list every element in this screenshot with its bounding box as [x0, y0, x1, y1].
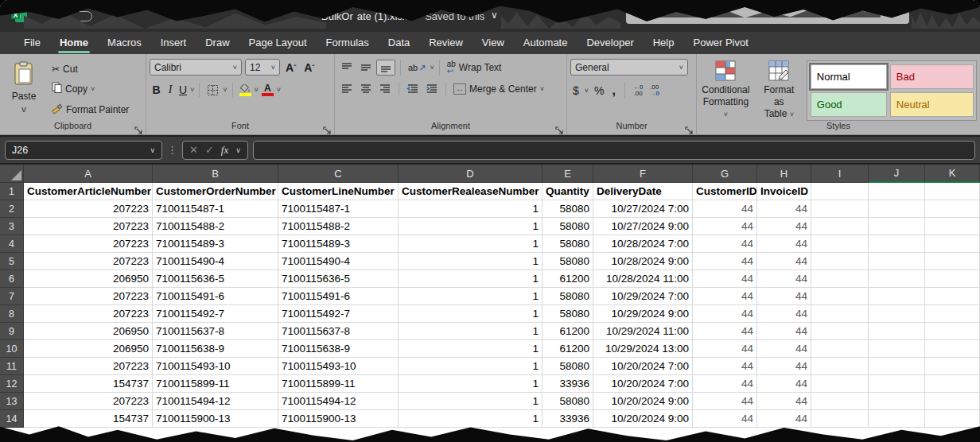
- row-header-11[interactable]: 11: [0, 358, 24, 375]
- cell-C3[interactable]: 7100115488-2: [278, 218, 399, 235]
- cell-G9[interactable]: 44: [693, 323, 757, 340]
- style-normal[interactable]: Normal: [811, 64, 887, 89]
- cell-D1[interactable]: CustomerRealeaseNumber: [399, 183, 542, 200]
- font-family-select[interactable]: Calibri ˅: [150, 59, 242, 76]
- cell-A3[interactable]: 207223: [24, 218, 153, 235]
- cell-K9[interactable]: [925, 323, 980, 340]
- cell-D3[interactable]: 1: [399, 218, 542, 235]
- confirm-entry-icon[interactable]: ✓: [205, 144, 214, 156]
- cell-F7[interactable]: 10/29/2024 7:00: [593, 288, 693, 305]
- cell-F10[interactable]: 10/29/2024 13:00: [593, 340, 693, 358]
- column-header-G[interactable]: G: [693, 165, 757, 183]
- cell-J11[interactable]: [869, 358, 925, 375]
- cell-H14[interactable]: 44: [757, 410, 811, 428]
- cell-I8[interactable]: [811, 305, 869, 323]
- font-size-select[interactable]: 12 ˅: [245, 59, 280, 76]
- cell-A1[interactable]: CustomerArticleNumber: [24, 183, 153, 200]
- cell-D8[interactable]: 1: [399, 305, 542, 323]
- cell-H13[interactable]: 44: [757, 393, 811, 410]
- cell-E4[interactable]: 58080: [542, 235, 593, 253]
- clipboard-dialog-launcher-icon[interactable]: [134, 124, 143, 133]
- borders-button[interactable]: [204, 83, 221, 98]
- cell-G12[interactable]: 44: [693, 375, 757, 393]
- bottom-align-button[interactable]: [376, 60, 395, 76]
- column-header-J[interactable]: J: [869, 165, 925, 183]
- cell-G10[interactable]: 44: [693, 340, 757, 358]
- cell-G4[interactable]: 44: [693, 235, 757, 253]
- top-align-button[interactable]: [338, 60, 356, 75]
- row-header-6[interactable]: 6: [0, 270, 24, 288]
- bold-button[interactable]: B: [150, 82, 163, 98]
- select-all-corner[interactable]: [0, 165, 24, 183]
- cell-K7[interactable]: [925, 288, 980, 305]
- tab-help[interactable]: Help: [644, 33, 684, 53]
- cell-A4[interactable]: 207223: [24, 235, 153, 253]
- cell-E2[interactable]: 58080: [542, 200, 593, 218]
- column-header-F[interactable]: F: [593, 165, 693, 183]
- cell-H6[interactable]: 44: [757, 270, 811, 288]
- row-header-8[interactable]: 8: [0, 305, 24, 323]
- cell-E8[interactable]: 58080: [542, 305, 593, 323]
- cell-A12[interactable]: 154737: [24, 375, 153, 393]
- cell-J5[interactable]: [869, 253, 925, 270]
- align-center-button[interactable]: [357, 82, 375, 96]
- cell-I12[interactable]: [811, 375, 869, 393]
- cell-E14[interactable]: 33936: [542, 410, 593, 428]
- cell-D4[interactable]: 1: [399, 235, 542, 253]
- currency-button[interactable]: $: [570, 83, 581, 99]
- cell-A10[interactable]: 206950: [24, 340, 153, 358]
- tab-file[interactable]: File: [14, 33, 50, 53]
- cell-H12[interactable]: 44: [757, 375, 811, 393]
- cell-H11[interactable]: 44: [757, 358, 811, 375]
- column-header-B[interactable]: B: [153, 165, 278, 183]
- comma-style-button[interactable]: ,: [610, 82, 618, 99]
- cut-button[interactable]: ✂ Cut: [49, 62, 131, 76]
- cell-C10[interactable]: 7100115638-9: [278, 340, 399, 358]
- cell-I3[interactable]: [811, 218, 869, 235]
- column-header-A[interactable]: A: [24, 165, 153, 183]
- cell-D14[interactable]: 1: [399, 410, 542, 428]
- orientation-button[interactable]: ab ↗: [406, 61, 428, 75]
- tab-data[interactable]: Data: [379, 33, 419, 53]
- cell-C9[interactable]: 7100115637-8: [278, 323, 399, 340]
- cell-J10[interactable]: [869, 340, 925, 358]
- cell-H9[interactable]: 44: [757, 323, 811, 340]
- row-header-14[interactable]: 14: [0, 410, 24, 428]
- column-header-D[interactable]: D: [399, 165, 542, 183]
- format-as-table-button[interactable]: Format as Table ˅: [758, 59, 800, 121]
- cell-C1[interactable]: CustomerLineNumber: [278, 183, 399, 200]
- cell-D11[interactable]: 1: [399, 358, 542, 375]
- cell-D9[interactable]: 1: [399, 323, 542, 340]
- cell-K12[interactable]: [925, 375, 980, 393]
- cell-E10[interactable]: 61200: [542, 340, 593, 358]
- cell-K14[interactable]: [925, 410, 980, 428]
- row-header-13[interactable]: 13: [0, 393, 24, 410]
- row-header-4[interactable]: 4: [0, 235, 24, 253]
- cell-D13[interactable]: 1: [399, 393, 542, 410]
- row-header-10[interactable]: 10: [0, 340, 24, 358]
- column-header-K[interactable]: K: [925, 165, 980, 183]
- underline-chevron-icon[interactable]: ˅: [190, 86, 194, 94]
- cell-E5[interactable]: 58080: [542, 253, 593, 270]
- underline-button[interactable]: U: [177, 82, 189, 98]
- tab-macros[interactable]: Macros: [98, 33, 151, 53]
- format-painter-button[interactable]: Format Painter: [49, 101, 131, 118]
- borders-chevron-icon[interactable]: ˅: [223, 86, 227, 94]
- column-header-C[interactable]: C: [278, 165, 399, 183]
- style-bad[interactable]: Bad: [890, 64, 974, 89]
- cell-C12[interactable]: 7100115899-11: [278, 375, 399, 393]
- cell-K8[interactable]: [925, 305, 980, 323]
- cell-A5[interactable]: 207223: [24, 253, 153, 270]
- cell-B1[interactable]: CustomerOrderNumber: [153, 183, 278, 200]
- cell-C11[interactable]: 7100115493-10: [278, 358, 399, 375]
- cell-H5[interactable]: 44: [757, 253, 811, 270]
- cell-E7[interactable]: 58080: [542, 288, 593, 305]
- cell-F2[interactable]: 10/27/2024 7:00: [593, 200, 693, 218]
- cell-B11[interactable]: 7100115493-10: [153, 358, 278, 375]
- font-dialog-launcher-icon[interactable]: [323, 124, 332, 133]
- cell-F12[interactable]: 10/20/2024 7:00: [593, 375, 693, 393]
- cell-E9[interactable]: 61200: [542, 323, 593, 340]
- decrease-decimal-button[interactable]: .00 →0: [648, 83, 660, 98]
- style-neutral[interactable]: Neutral: [890, 92, 974, 117]
- cell-D2[interactable]: 1: [399, 200, 542, 218]
